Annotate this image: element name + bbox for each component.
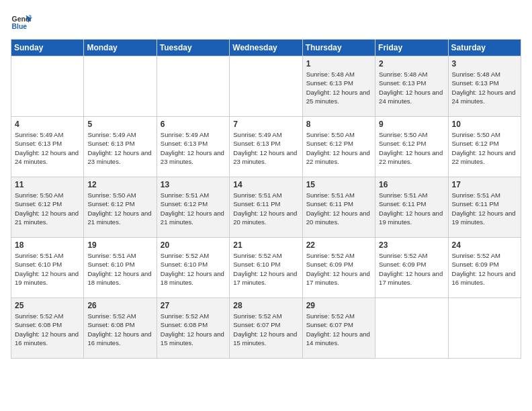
- calendar-cell: 26Sunrise: 5:52 AM Sunset: 6:08 PM Dayli…: [84, 298, 157, 359]
- calendar-cell: 9Sunrise: 5:50 AM Sunset: 6:12 PM Daylig…: [375, 117, 448, 177]
- day-number: 10: [452, 120, 517, 129]
- calendar-cell: 15Sunrise: 5:51 AM Sunset: 6:11 PM Dayli…: [302, 177, 375, 238]
- day-number: 2: [379, 59, 444, 68]
- col-header-tuesday: Tuesday: [157, 40, 229, 56]
- calendar-cell: 11Sunrise: 5:50 AM Sunset: 6:12 PM Dayli…: [11, 177, 84, 238]
- day-info: Sunrise: 5:51 AM Sunset: 6:12 PM Dayligh…: [161, 191, 226, 226]
- day-info: Sunrise: 5:48 AM Sunset: 6:13 PM Dayligh…: [306, 70, 371, 105]
- day-number: 17: [452, 180, 517, 189]
- calendar-cell: 12Sunrise: 5:50 AM Sunset: 6:12 PM Dayli…: [84, 177, 157, 238]
- day-info: Sunrise: 5:52 AM Sunset: 6:08 PM Dayligh…: [87, 312, 152, 347]
- calendar-week-1: 1Sunrise: 5:48 AM Sunset: 6:13 PM Daylig…: [11, 56, 521, 117]
- page-header: General Blue: [11, 11, 521, 32]
- calendar-cell: 10Sunrise: 5:50 AM Sunset: 6:12 PM Dayli…: [448, 117, 521, 177]
- logo-icon: General Blue: [11, 11, 32, 32]
- calendar-table: SundayMondayTuesdayWednesdayThursdayFrid…: [11, 39, 521, 359]
- day-info: Sunrise: 5:52 AM Sunset: 6:09 PM Dayligh…: [452, 251, 517, 287]
- day-number: 3: [452, 59, 517, 68]
- calendar-cell: 5Sunrise: 5:49 AM Sunset: 6:13 PM Daylig…: [84, 117, 157, 177]
- day-number: 12: [87, 180, 152, 189]
- calendar-cell: [11, 56, 84, 117]
- day-info: Sunrise: 5:50 AM Sunset: 6:12 PM Dayligh…: [379, 130, 444, 166]
- day-info: Sunrise: 5:50 AM Sunset: 6:12 PM Dayligh…: [87, 191, 152, 226]
- calendar-week-4: 18Sunrise: 5:51 AM Sunset: 6:10 PM Dayli…: [11, 238, 521, 298]
- day-number: 8: [306, 120, 371, 129]
- logo: General Blue: [11, 11, 32, 32]
- day-number: 11: [15, 180, 80, 189]
- svg-text:Blue: Blue: [12, 23, 28, 30]
- calendar-header-row: SundayMondayTuesdayWednesdayThursdayFrid…: [11, 40, 521, 56]
- day-info: Sunrise: 5:51 AM Sunset: 6:10 PM Dayligh…: [87, 251, 152, 287]
- day-number: 9: [379, 120, 444, 129]
- calendar-cell: [157, 56, 229, 117]
- day-number: 21: [233, 240, 298, 250]
- calendar-week-3: 11Sunrise: 5:50 AM Sunset: 6:12 PM Dayli…: [11, 177, 521, 238]
- col-header-wednesday: Wednesday: [230, 40, 302, 56]
- calendar-cell: 22Sunrise: 5:52 AM Sunset: 6:09 PM Dayli…: [302, 238, 375, 298]
- calendar-cell: 6Sunrise: 5:49 AM Sunset: 6:13 PM Daylig…: [157, 117, 229, 177]
- calendar-cell: 3Sunrise: 5:48 AM Sunset: 6:13 PM Daylig…: [448, 56, 521, 117]
- calendar-cell: [448, 298, 521, 359]
- calendar-cell: [375, 298, 448, 359]
- day-number: 29: [306, 301, 371, 310]
- day-info: Sunrise: 5:51 AM Sunset: 6:11 PM Dayligh…: [233, 191, 298, 226]
- day-number: 19: [87, 240, 152, 250]
- day-info: Sunrise: 5:52 AM Sunset: 6:09 PM Dayligh…: [306, 251, 371, 287]
- day-info: Sunrise: 5:50 AM Sunset: 6:12 PM Dayligh…: [15, 191, 80, 226]
- day-info: Sunrise: 5:52 AM Sunset: 6:10 PM Dayligh…: [161, 251, 226, 287]
- day-number: 15: [306, 180, 371, 189]
- calendar-cell: 18Sunrise: 5:51 AM Sunset: 6:10 PM Dayli…: [11, 238, 84, 298]
- col-header-saturday: Saturday: [448, 40, 521, 56]
- calendar-cell: 16Sunrise: 5:51 AM Sunset: 6:11 PM Dayli…: [375, 177, 448, 238]
- calendar-cell: 1Sunrise: 5:48 AM Sunset: 6:13 PM Daylig…: [302, 56, 375, 117]
- day-info: Sunrise: 5:51 AM Sunset: 6:11 PM Dayligh…: [306, 191, 371, 226]
- day-info: Sunrise: 5:49 AM Sunset: 6:13 PM Dayligh…: [233, 130, 298, 166]
- calendar-cell: 2Sunrise: 5:48 AM Sunset: 6:13 PM Daylig…: [375, 56, 448, 117]
- day-number: 6: [161, 120, 226, 129]
- calendar-cell: [84, 56, 157, 117]
- day-number: 27: [161, 301, 226, 310]
- day-info: Sunrise: 5:52 AM Sunset: 6:10 PM Dayligh…: [233, 251, 298, 287]
- calendar-cell: 28Sunrise: 5:52 AM Sunset: 6:07 PM Dayli…: [230, 298, 302, 359]
- day-number: 14: [233, 180, 298, 189]
- day-info: Sunrise: 5:51 AM Sunset: 6:10 PM Dayligh…: [15, 251, 80, 287]
- day-info: Sunrise: 5:52 AM Sunset: 6:08 PM Dayligh…: [15, 312, 80, 347]
- day-number: 18: [15, 240, 80, 250]
- day-number: 28: [233, 301, 298, 310]
- col-header-monday: Monday: [84, 40, 157, 56]
- day-info: Sunrise: 5:49 AM Sunset: 6:13 PM Dayligh…: [87, 130, 152, 166]
- day-number: 22: [306, 240, 371, 250]
- day-info: Sunrise: 5:51 AM Sunset: 6:11 PM Dayligh…: [452, 191, 517, 226]
- calendar-cell: [230, 56, 302, 117]
- day-number: 5: [87, 120, 152, 129]
- day-info: Sunrise: 5:48 AM Sunset: 6:13 PM Dayligh…: [379, 70, 444, 105]
- day-info: Sunrise: 5:52 AM Sunset: 6:08 PM Dayligh…: [161, 312, 226, 347]
- calendar-cell: 27Sunrise: 5:52 AM Sunset: 6:08 PM Dayli…: [157, 298, 229, 359]
- day-number: 13: [161, 180, 226, 189]
- calendar-cell: 29Sunrise: 5:52 AM Sunset: 6:07 PM Dayli…: [302, 298, 375, 359]
- calendar-cell: 24Sunrise: 5:52 AM Sunset: 6:09 PM Dayli…: [448, 238, 521, 298]
- calendar-cell: 21Sunrise: 5:52 AM Sunset: 6:10 PM Dayli…: [230, 238, 302, 298]
- calendar-cell: 20Sunrise: 5:52 AM Sunset: 6:10 PM Dayli…: [157, 238, 229, 298]
- day-info: Sunrise: 5:52 AM Sunset: 6:09 PM Dayligh…: [379, 251, 444, 287]
- col-header-thursday: Thursday: [302, 40, 375, 56]
- day-number: 7: [233, 120, 298, 129]
- col-header-friday: Friday: [375, 40, 448, 56]
- day-info: Sunrise: 5:49 AM Sunset: 6:13 PM Dayligh…: [161, 130, 226, 166]
- day-number: 1: [306, 59, 371, 68]
- calendar-cell: 23Sunrise: 5:52 AM Sunset: 6:09 PM Dayli…: [375, 238, 448, 298]
- day-info: Sunrise: 5:50 AM Sunset: 6:12 PM Dayligh…: [452, 130, 517, 166]
- calendar-cell: 14Sunrise: 5:51 AM Sunset: 6:11 PM Dayli…: [230, 177, 302, 238]
- day-number: 20: [161, 240, 226, 250]
- day-info: Sunrise: 5:48 AM Sunset: 6:13 PM Dayligh…: [452, 70, 517, 105]
- day-info: Sunrise: 5:51 AM Sunset: 6:11 PM Dayligh…: [379, 191, 444, 226]
- day-number: 4: [15, 120, 80, 129]
- day-number: 25: [15, 301, 80, 310]
- calendar-cell: 7Sunrise: 5:49 AM Sunset: 6:13 PM Daylig…: [230, 117, 302, 177]
- day-number: 16: [379, 180, 444, 189]
- calendar-cell: 17Sunrise: 5:51 AM Sunset: 6:11 PM Dayli…: [448, 177, 521, 238]
- day-number: 23: [379, 240, 444, 250]
- calendar-cell: 4Sunrise: 5:49 AM Sunset: 6:13 PM Daylig…: [11, 117, 84, 177]
- day-info: Sunrise: 5:52 AM Sunset: 6:07 PM Dayligh…: [306, 312, 371, 347]
- day-info: Sunrise: 5:52 AM Sunset: 6:07 PM Dayligh…: [233, 312, 298, 347]
